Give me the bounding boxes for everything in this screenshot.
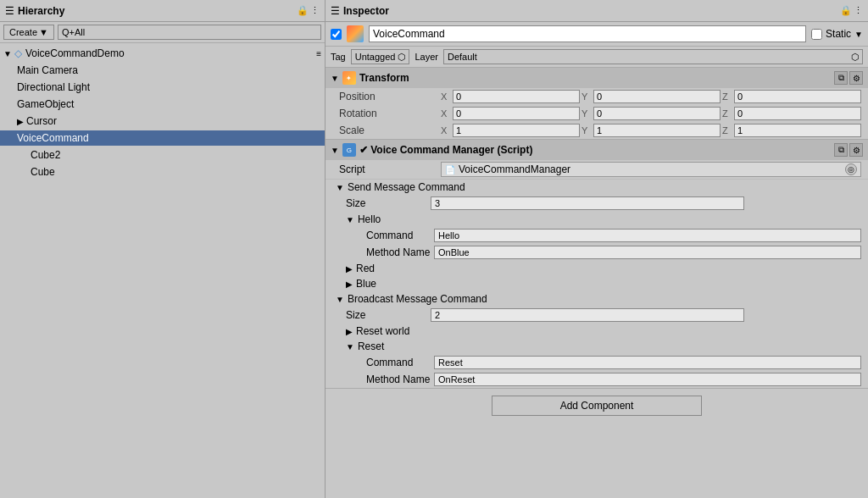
hierarchy-lock-icon[interactable]: 🔒	[297, 5, 309, 16]
send-size-input[interactable]	[431, 196, 744, 210]
hierarchy-menu-icon[interactable]: ☰	[5, 5, 14, 17]
pos-x-input[interactable]	[453, 90, 580, 103]
rot-z-group: Z	[722, 107, 861, 120]
rot-z-label: Z	[722, 108, 734, 119]
item-label: Cube	[31, 166, 55, 178]
scale-x-input[interactable]	[453, 124, 580, 137]
reset-header[interactable]: ▼ Reset	[326, 339, 868, 354]
hierarchy-title: Hierarchy	[18, 5, 64, 17]
hello-method-row: Method Name	[326, 244, 868, 261]
layer-dropdown[interactable]: Default ⬡	[443, 49, 863, 64]
reset-world-header[interactable]: ▶ Reset world	[326, 324, 868, 339]
reset-arrow-icon: ▼	[346, 342, 354, 351]
transform-header-btns: ⧉ ⚙	[834, 71, 863, 85]
voice-gear-icon[interactable]: ⚙	[849, 143, 863, 157]
list-item[interactable]: VoiceCommand	[0, 130, 325, 147]
object-active-checkbox[interactable]	[331, 29, 342, 40]
list-item[interactable]: Directional Light	[0, 79, 325, 96]
inspector-lock-icon[interactable]: 🔒	[840, 5, 852, 16]
red-header[interactable]: ▶ Red	[326, 261, 868, 276]
voice-command-header[interactable]: ▼ G ✔ Voice Command Manager (Script) ⧉ ⚙	[326, 140, 868, 160]
pos-y-label: Y	[581, 91, 593, 102]
hello-label: Hello	[358, 213, 381, 225]
blue-label: Blue	[356, 278, 376, 290]
scale-row: Scale X Y Z	[326, 122, 868, 139]
blue-header[interactable]: ▶ Blue	[326, 276, 868, 291]
static-dropdown-icon[interactable]: ▼	[854, 30, 863, 39]
scale-xyz: X Y Z	[441, 124, 861, 137]
scale-y-group: Y	[581, 124, 721, 137]
broadcast-message-header[interactable]: ▼ Broadcast Message Command	[326, 291, 868, 307]
broadcast-label: Broadcast Message Command	[348, 293, 487, 305]
rot-x-group: X	[441, 107, 580, 120]
pos-y-input[interactable]	[593, 90, 721, 103]
script-select-btn[interactable]: ◎	[845, 163, 857, 175]
hello-method-input[interactable]	[434, 246, 861, 259]
create-button[interactable]: Create ▼	[3, 25, 54, 40]
hello-method-label: Method Name	[366, 246, 434, 258]
send-message-arrow-icon: ▼	[336, 183, 344, 192]
voice-copy-icon[interactable]: ⧉	[834, 143, 848, 157]
inspector-panel: ☰ Inspector 🔒 ⋮ Static ▼ Tag Untagged ⬡	[326, 0, 868, 498]
blue-arrow-icon: ▶	[346, 279, 353, 289]
inspector-title: Inspector	[343, 5, 389, 17]
scale-z-input[interactable]	[734, 124, 861, 137]
hello-command-input[interactable]	[434, 229, 861, 242]
list-item[interactable]: Cube	[0, 163, 325, 180]
reset-method-label: Method Name	[366, 374, 434, 385]
transform-gear-icon[interactable]: ⚙	[849, 71, 863, 85]
create-label: Create	[9, 27, 37, 37]
red-label: Red	[356, 263, 375, 274]
item-label: GameObject	[17, 98, 74, 110]
rot-x-label: X	[441, 108, 453, 119]
add-component-button[interactable]: Add Component	[492, 396, 703, 416]
inspector-more-icon[interactable]: ⋮	[854, 5, 863, 16]
rot-z-input[interactable]	[734, 107, 861, 120]
send-message-label: Send Message Command	[348, 181, 465, 193]
pos-z-input[interactable]	[734, 90, 861, 103]
voice-command-arrow-icon: ▼	[331, 146, 339, 155]
scale-y-label: Y	[581, 125, 593, 136]
transform-icon: ✦	[342, 71, 356, 85]
static-checkbox[interactable]	[811, 29, 822, 40]
list-item[interactable]: Main Camera	[0, 62, 325, 79]
scale-z-label: Z	[722, 125, 734, 136]
rot-y-group: Y	[581, 107, 721, 120]
reset-label: Reset	[358, 340, 384, 352]
inspector-menu-icon[interactable]: ☰	[331, 5, 340, 17]
rot-x-input[interactable]	[453, 107, 580, 120]
scene-options-icon[interactable]: ≡	[316, 49, 321, 58]
item-label: Cube2	[31, 149, 60, 161]
reset-command-input[interactable]	[434, 356, 861, 369]
reset-world-arrow-icon: ▶	[346, 327, 353, 336]
transform-header[interactable]: ▼ ✦ Transform ⧉ ⚙	[326, 68, 868, 88]
create-arrow-icon: ▼	[39, 27, 48, 37]
scale-y-input[interactable]	[593, 124, 721, 137]
static-row: Static ▼	[811, 28, 863, 40]
list-item[interactable]: ▼ ◇ VoiceCommandDemo ≡	[0, 45, 325, 62]
object-name-input[interactable]	[369, 25, 806, 42]
transform-copy-icon[interactable]: ⧉	[834, 71, 848, 85]
add-component-area: Add Component	[326, 389, 868, 423]
list-item[interactable]: ▶ Cursor	[0, 113, 325, 130]
rot-y-input[interactable]	[593, 107, 721, 120]
arrow-icon: ▶	[17, 117, 24, 126]
script-label: Script	[339, 163, 441, 175]
list-item[interactable]: Cube2	[0, 147, 325, 163]
broadcast-size-input[interactable]	[431, 308, 744, 322]
voice-command-component: ▼ G ✔ Voice Command Manager (Script) ⧉ ⚙…	[326, 140, 868, 389]
hierarchy-more-icon[interactable]: ⋮	[310, 5, 320, 16]
hierarchy-search-input[interactable]	[58, 25, 321, 40]
item-label: VoiceCommandDemo	[25, 47, 125, 59]
arrow-icon: ▼	[3, 49, 12, 58]
hierarchy-header: ☰ Hierarchy 🔒 ⋮	[0, 0, 325, 22]
script-file-icon: 📄	[445, 165, 455, 174]
send-message-header[interactable]: ▼ Send Message Command	[326, 180, 868, 195]
rotation-row: Rotation X Y Z	[326, 105, 868, 122]
reset-command-row: Command	[326, 354, 868, 371]
hello-header[interactable]: ▼ Hello	[326, 212, 868, 227]
tag-dropdown[interactable]: Untagged ⬡	[351, 49, 410, 64]
list-item[interactable]: GameObject	[0, 96, 325, 113]
transform-title: Transform	[359, 72, 831, 84]
reset-method-input[interactable]	[434, 373, 861, 386]
